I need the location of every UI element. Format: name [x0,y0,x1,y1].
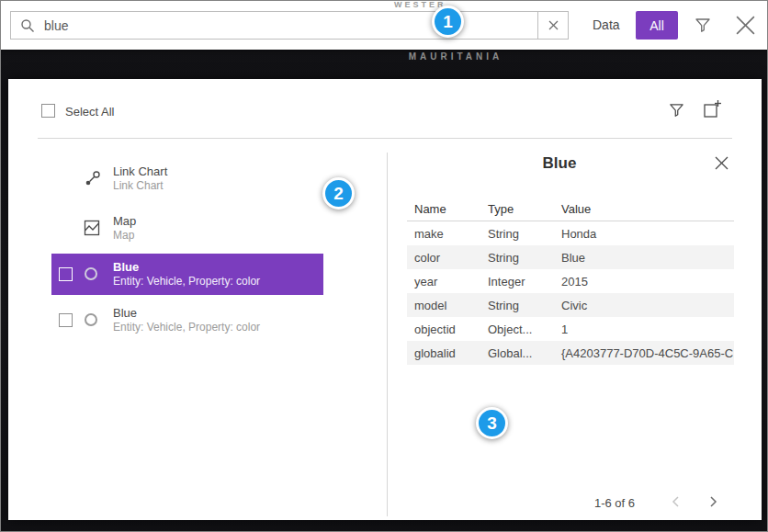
close-search-icon[interactable] [734,14,757,40]
search-bar: Data All [1,1,767,50]
table-row: make String Honda [407,221,734,245]
cell-value: {A4203777-D70D-4C5C-9A65-C... [554,346,734,360]
cell-name: globalid [407,346,480,360]
annotation-callout-2: 2 [322,177,355,209]
cell-name: objectid [407,323,480,336]
cell-name: model [407,299,480,312]
result-title: Link Chart [113,164,167,179]
all-scope-button[interactable]: All [636,11,678,40]
panel-divider [387,153,388,516]
table-row: year Integer 2015 [407,269,734,293]
data-scope-label[interactable]: Data [593,11,620,40]
app-window: MAURITANIA WESTER Data All Select All [0,0,768,532]
attribute-table: Name Type Value make String Honda color … [407,197,734,365]
entity-circle-icon [84,266,98,285]
cell-name: year [407,275,480,289]
annotation-callout-1: 1 [432,6,464,38]
result-item-blue[interactable]: Blue Entity: Vehicle, Property: color [51,300,323,341]
result-item-map[interactable]: Map Map [51,209,323,248]
table-header: Name Type Value [407,197,734,221]
results-filter-icon[interactable] [668,101,685,122]
link-chart-icon [84,169,102,191]
result-subtitle: Entity: Vehicle, Property: color [113,321,260,334]
table-row: globalid Global... {A4203777-D70D-4C5C-9… [407,341,734,365]
result-title: Blue [113,260,260,275]
result-checkbox[interactable] [59,267,73,281]
entity-circle-icon [84,312,98,331]
table-row: color String Blue [407,245,734,269]
result-subtitle: Link Chart [113,179,167,193]
search-filter-icon[interactable] [694,16,712,38]
column-header: Value [554,202,734,216]
result-subtitle: Map [113,229,136,243]
column-header: Name [407,202,480,216]
cell-type: String [480,251,554,265]
result-item-blue-selected[interactable]: Blue Entity: Vehicle, Property: color [51,254,323,295]
clear-search-button[interactable] [537,12,568,39]
pagination-prev-icon[interactable] [664,490,688,514]
pagination-label: 1-6 of 6 [514,496,635,510]
cell-name: color [407,251,480,265]
cell-value: Civic [554,299,734,312]
cell-type: String [480,227,554,241]
cell-value: 1 [554,323,734,336]
column-header: Type [480,202,554,216]
cell-type: Object... [480,323,554,336]
detail-close-icon[interactable] [715,156,728,174]
search-results-dialog: Select All Link Chart Link Chart Map M [8,79,762,520]
table-row: objectid Object... 1 [407,317,734,341]
detail-title: Blue [387,154,732,173]
result-subtitle: Entity: Vehicle, Property: color [113,275,260,289]
map-label-mauritania: MAURITANIA [332,51,580,62]
table-row: model String Civic [407,293,734,317]
cell-value: Honda [554,227,734,241]
result-item-link-chart[interactable]: Link Chart Link Chart [51,160,323,198]
result-title: Map [113,214,136,229]
header-divider [38,138,732,139]
select-all-checkbox[interactable] [41,104,55,118]
cell-value: Blue [554,251,734,265]
cell-name: make [407,227,480,241]
result-title: Blue [113,306,260,321]
cell-type: String [480,299,554,312]
search-icon [11,12,44,39]
annotation-callout-3: 3 [476,407,508,439]
cell-type: Integer [480,275,554,289]
cell-value: 2015 [554,275,734,289]
result-checkbox[interactable] [59,313,73,327]
search-box [10,11,569,40]
pagination-next-icon[interactable] [701,490,725,514]
cell-type: Global... [480,346,554,360]
add-to-link-chart-icon[interactable] [703,99,722,122]
map-icon [84,220,100,240]
select-all-label: Select All [65,105,114,119]
